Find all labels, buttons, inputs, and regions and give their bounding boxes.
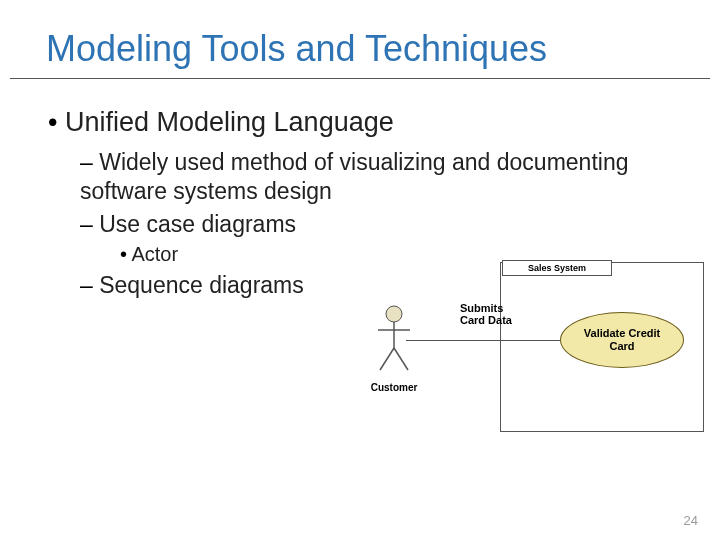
system-label-box: Sales System <box>502 260 612 276</box>
bullet-lvl2b-text: Use case diagrams <box>99 211 296 237</box>
usecase-diagram: Sales System Submits Card Data Validate … <box>360 262 704 452</box>
svg-point-0 <box>386 306 402 322</box>
actor: Customer <box>364 304 424 393</box>
svg-line-3 <box>380 348 394 370</box>
actor-icon <box>374 304 414 374</box>
usecase-label: Validate Credit Card <box>584 327 660 353</box>
bullet-lvl2: Use case diagrams Actor <box>80 210 684 268</box>
svg-line-4 <box>394 348 408 370</box>
page-number: 24 <box>684 513 698 528</box>
bullet-lvl1-text: Unified Modeling Language <box>65 107 394 137</box>
usecase-oval: Validate Credit Card <box>560 312 684 368</box>
bullet-lvl3a-text: Actor <box>131 243 178 265</box>
association-line <box>406 340 560 341</box>
bullet-lvl2: Widely used method of visualizing and do… <box>80 148 684 206</box>
slide-title: Modeling Tools and Techniques <box>10 0 710 79</box>
association-label: Submits Card Data <box>460 302 512 326</box>
actor-label: Customer <box>364 382 424 393</box>
system-label: Sales System <box>503 261 611 273</box>
bullet-lvl2a-text: Widely used method of visualizing and do… <box>80 149 629 204</box>
bullet-lvl2c-text: Sequence diagrams <box>99 272 304 298</box>
